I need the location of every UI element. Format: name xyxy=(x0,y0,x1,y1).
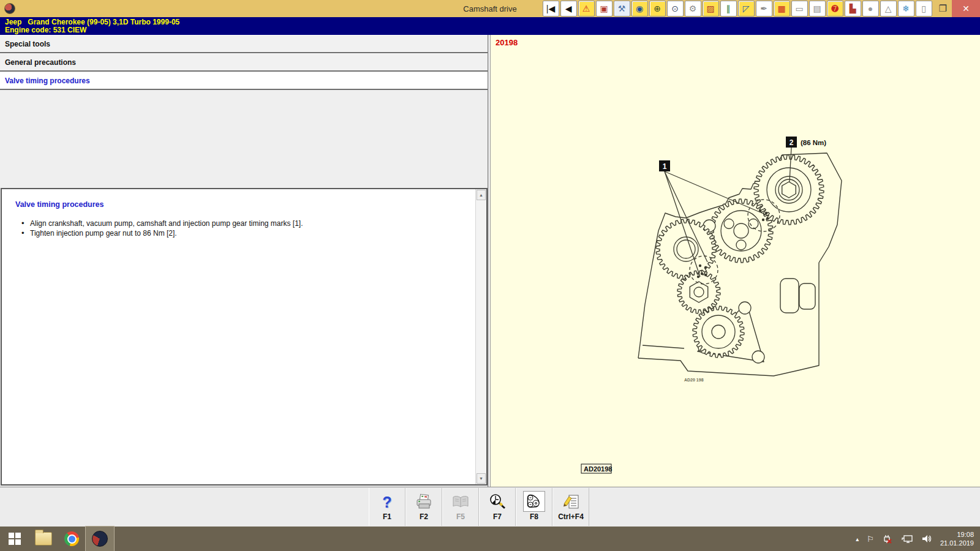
figure-reference-number: 20198 xyxy=(496,38,518,47)
function-key-bar: ? F1 F2 xyxy=(0,487,980,527)
f5-manuals-button[interactable]: F5 xyxy=(442,488,479,526)
engine-cover-outline xyxy=(780,279,799,313)
camshaft-drive-diagram: 12(86 Nm)AD20 198AD20198 xyxy=(491,35,980,487)
timing-mark-dot xyxy=(701,272,703,275)
f7-inspect-button[interactable]: F7 xyxy=(479,488,516,526)
scroll-up-button[interactable]: ▲ xyxy=(477,190,486,200)
window-title: Camshaft drive xyxy=(0,4,980,13)
diagram-small-code: AD20 198 xyxy=(684,378,704,382)
procedure-content-pane: Valve timing procedures Align crankshaft… xyxy=(1,188,488,485)
timing-mark-dot xyxy=(766,217,769,220)
folder-icon xyxy=(35,532,52,545)
callout-number: 2 xyxy=(790,138,794,147)
callout-note: (86 Nm) xyxy=(801,139,826,146)
tray-time: 19:08 xyxy=(940,530,974,539)
vehicle-model-line: Jeep Grand Cherokee (99-05) 3,1D Turbo 1… xyxy=(5,18,980,26)
callout-leader-line xyxy=(665,171,769,216)
scroll-down-button[interactable]: ▼ xyxy=(477,473,486,484)
taskbar: ▴ ⚐ 19:08 21.01.2019 xyxy=(0,527,980,551)
timing-mark-dot xyxy=(704,266,707,269)
figure-panel: 12(86 Nm)AD20 198AD20198 20198 xyxy=(490,35,980,487)
section-valve-timing-procedures[interactable]: Valve timing procedures xyxy=(0,72,488,90)
procedure-heading: Valve timing procedures xyxy=(15,200,476,209)
chrome-icon xyxy=(64,531,79,546)
vehicle-header: Jeep Grand Cherokee (99-05) 3,1D Turbo 1… xyxy=(0,17,980,35)
ctrl-f4-notes-button[interactable]: Ctrl+F4 xyxy=(552,488,589,526)
system-tray: ▴ ⚐ 19:08 21.01.2019 xyxy=(856,530,980,547)
file-explorer-button[interactable] xyxy=(29,527,58,551)
taskbar-clock[interactable]: 19:08 21.01.2019 xyxy=(940,530,974,547)
tray-date: 21.01.2019 xyxy=(940,539,974,547)
procedure-step: Tighten injection pump gear nut to 86 Nm… xyxy=(30,228,476,238)
engine-cover-outline xyxy=(638,263,652,358)
tray-expand-icon[interactable]: ▴ xyxy=(856,536,859,542)
topics-panel: Special tools General precautions Valve … xyxy=(0,35,489,487)
application-window: Camshaft drive |◀◀⚠▣⚒◉⊕⊙⚙▨∥◸✒▦▭▤➐▙●△❄▯ ❐… xyxy=(0,0,980,551)
main-area: Special tools General precautions Valve … xyxy=(0,35,980,487)
timing-mark-dot xyxy=(762,219,764,221)
start-button[interactable] xyxy=(0,527,29,551)
content-scrollbar[interactable]: ▲ ▼ xyxy=(475,189,486,484)
engine-code-line: Engine code: 531 CIEW xyxy=(5,26,980,34)
autodata-icon xyxy=(92,531,108,547)
section-general-precautions[interactable]: General precautions xyxy=(0,53,488,72)
windows-logo-icon xyxy=(9,533,21,545)
autodata-app-button[interactable] xyxy=(86,527,114,551)
engine-cover-outline xyxy=(643,345,684,348)
procedure-steps: Align crankshaft, vacuum pump, camshaft … xyxy=(2,219,476,238)
engine-cover-outline xyxy=(799,283,815,309)
notes-icon xyxy=(560,492,581,512)
volume-icon[interactable] xyxy=(921,533,932,544)
chrome-button[interactable] xyxy=(58,527,86,551)
figure-code-text: AD20198 xyxy=(584,465,612,473)
f2-print-button[interactable]: F2 xyxy=(405,488,442,526)
manuals-icon xyxy=(450,492,471,512)
drive-belt-icon xyxy=(523,491,545,512)
procedure-step: Align crankshaft, vacuum pump, camshaft … xyxy=(30,219,476,228)
action-center-flag-icon[interactable]: ⚐ xyxy=(867,534,874,544)
timing-mark-dot xyxy=(704,274,707,276)
print-icon xyxy=(413,492,434,512)
section-special-tools[interactable]: Special tools xyxy=(0,35,488,53)
crankshaft-gear xyxy=(693,306,744,358)
titlebar: Camshaft drive |◀◀⚠▣⚒◉⊕⊙⚙▨∥◸✒▦▭▤➐▙●△❄▯ ❐… xyxy=(0,0,980,17)
f8-drive-belt-button[interactable]: F8 xyxy=(516,488,552,526)
callout-number: 1 xyxy=(663,162,667,171)
inspect-icon xyxy=(487,492,508,512)
f1-help-button[interactable]: ? F1 xyxy=(369,488,405,526)
timing-mark-dot xyxy=(697,276,699,278)
help-icon: ? xyxy=(377,492,398,512)
timing-mark-dot xyxy=(699,264,701,267)
device-plug-error-icon[interactable] xyxy=(882,533,893,544)
network-icon[interactable] xyxy=(901,533,913,544)
